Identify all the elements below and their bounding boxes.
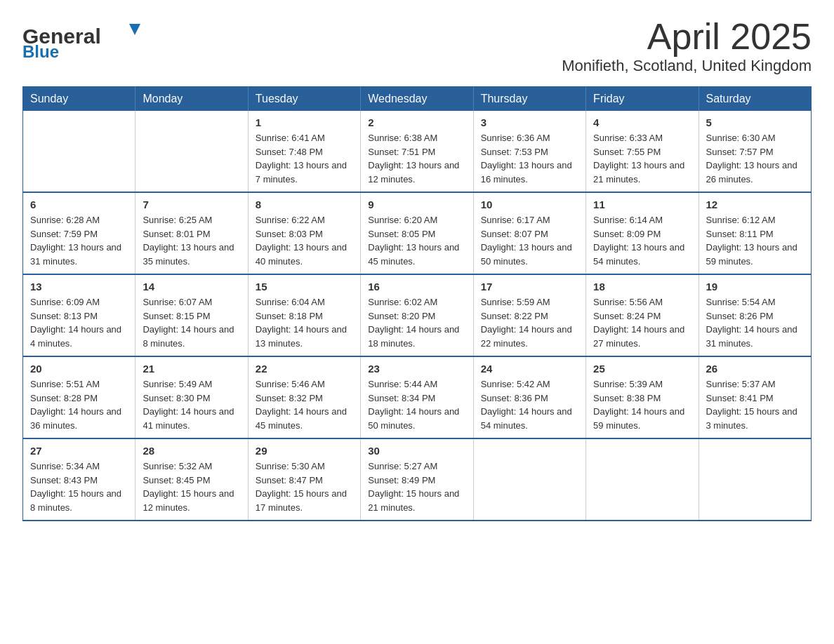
- weekday-header-monday: Monday: [135, 87, 248, 112]
- day-info: Sunrise: 5:54 AMSunset: 8:26 PMDaylight:…: [706, 295, 804, 350]
- day-info: Sunrise: 5:49 AMSunset: 8:30 PMDaylight:…: [143, 377, 240, 432]
- calendar-cell: 2Sunrise: 6:38 AMSunset: 7:51 PMDaylight…: [361, 111, 473, 192]
- day-info: Sunrise: 5:37 AMSunset: 8:41 PMDaylight:…: [706, 377, 804, 432]
- calendar-cell: 30Sunrise: 5:27 AMSunset: 8:49 PMDayligh…: [361, 438, 473, 521]
- day-number: 2: [368, 116, 465, 128]
- calendar-cell: [135, 111, 248, 192]
- day-number: 1: [256, 116, 353, 128]
- day-info: Sunrise: 6:28 AMSunset: 7:59 PMDaylight:…: [30, 213, 128, 268]
- svg-marker-1: [129, 24, 140, 35]
- calendar-cell: 7Sunrise: 6:25 AMSunset: 8:01 PMDaylight…: [135, 192, 248, 274]
- calendar-week-5: 27Sunrise: 5:34 AMSunset: 8:43 PMDayligh…: [23, 438, 812, 521]
- day-info: Sunrise: 5:59 AMSunset: 8:22 PMDaylight:…: [481, 295, 578, 350]
- day-info: Sunrise: 5:27 AMSunset: 8:49 PMDaylight:…: [368, 459, 465, 514]
- calendar-week-1: 1Sunrise: 6:41 AMSunset: 7:48 PMDaylight…: [23, 111, 812, 192]
- day-number: 29: [256, 445, 353, 457]
- day-number: 14: [143, 281, 240, 293]
- day-info: Sunrise: 5:51 AMSunset: 8:28 PMDaylight:…: [30, 377, 128, 432]
- calendar-cell: 26Sunrise: 5:37 AMSunset: 8:41 PMDayligh…: [699, 356, 811, 438]
- calendar-cell: 15Sunrise: 6:04 AMSunset: 8:18 PMDayligh…: [248, 274, 360, 356]
- day-number: 28: [143, 445, 240, 457]
- day-info: Sunrise: 6:33 AMSunset: 7:55 PMDaylight:…: [593, 131, 691, 186]
- day-number: 19: [706, 281, 804, 293]
- day-info: Sunrise: 5:56 AMSunset: 8:24 PMDaylight:…: [593, 295, 691, 350]
- day-number: 11: [593, 199, 691, 210]
- day-number: 27: [30, 445, 128, 457]
- weekday-header-wednesday: Wednesday: [361, 87, 473, 112]
- day-number: 5: [706, 116, 804, 128]
- calendar-cell: 25Sunrise: 5:39 AMSunset: 8:38 PMDayligh…: [586, 356, 699, 438]
- calendar-cell: [699, 438, 811, 521]
- title-area: April 2025 Monifieth, Scotland, United K…: [562, 17, 812, 75]
- day-number: 7: [143, 199, 240, 210]
- header: General Blue April 2025 Monifieth, Scotl…: [22, 17, 812, 75]
- day-number: 8: [256, 199, 353, 210]
- calendar-cell: 19Sunrise: 5:54 AMSunset: 8:26 PMDayligh…: [699, 274, 811, 356]
- calendar-cell: 27Sunrise: 5:34 AMSunset: 8:43 PMDayligh…: [23, 438, 135, 521]
- calendar-cell: 21Sunrise: 5:49 AMSunset: 8:30 PMDayligh…: [135, 356, 248, 438]
- day-info: Sunrise: 6:02 AMSunset: 8:20 PMDaylight:…: [368, 295, 465, 350]
- day-info: Sunrise: 5:42 AMSunset: 8:36 PMDaylight:…: [481, 377, 578, 432]
- day-number: 13: [30, 281, 128, 293]
- day-number: 12: [706, 199, 804, 210]
- calendar-cell: [23, 111, 135, 192]
- calendar-cell: 18Sunrise: 5:56 AMSunset: 8:24 PMDayligh…: [586, 274, 699, 356]
- calendar-week-2: 6Sunrise: 6:28 AMSunset: 7:59 PMDaylight…: [23, 192, 812, 274]
- calendar-cell: 23Sunrise: 5:44 AMSunset: 8:34 PMDayligh…: [361, 356, 473, 438]
- day-info: Sunrise: 6:30 AMSunset: 7:57 PMDaylight:…: [706, 131, 804, 186]
- day-info: Sunrise: 6:17 AMSunset: 8:07 PMDaylight:…: [481, 213, 578, 268]
- day-info: Sunrise: 6:12 AMSunset: 8:11 PMDaylight:…: [706, 213, 804, 268]
- day-number: 10: [481, 199, 578, 210]
- day-info: Sunrise: 6:09 AMSunset: 8:13 PMDaylight:…: [30, 295, 128, 350]
- calendar-cell: 13Sunrise: 6:09 AMSunset: 8:13 PMDayligh…: [23, 274, 135, 356]
- calendar-cell: 24Sunrise: 5:42 AMSunset: 8:36 PMDayligh…: [473, 356, 585, 438]
- month-title: April 2025: [562, 17, 812, 57]
- day-number: 4: [593, 116, 691, 128]
- day-number: 22: [256, 363, 353, 375]
- day-number: 26: [706, 363, 804, 375]
- location-title: Monifieth, Scotland, United Kingdom: [562, 57, 812, 75]
- day-number: 3: [481, 116, 578, 128]
- calendar-cell: 6Sunrise: 6:28 AMSunset: 7:59 PMDaylight…: [23, 192, 135, 274]
- day-number: 20: [30, 363, 128, 375]
- day-info: Sunrise: 5:30 AMSunset: 8:47 PMDaylight:…: [256, 459, 353, 514]
- day-info: Sunrise: 5:39 AMSunset: 8:38 PMDaylight:…: [593, 377, 691, 432]
- day-number: 25: [593, 363, 691, 375]
- weekday-header-thursday: Thursday: [473, 87, 585, 112]
- calendar-cell: [586, 438, 699, 521]
- day-number: 21: [143, 363, 240, 375]
- logo: General Blue: [22, 17, 149, 62]
- calendar-cell: 5Sunrise: 6:30 AMSunset: 7:57 PMDaylight…: [699, 111, 811, 192]
- weekday-header-row: SundayMondayTuesdayWednesdayThursdayFrid…: [23, 87, 812, 112]
- day-info: Sunrise: 6:22 AMSunset: 8:03 PMDaylight:…: [256, 213, 353, 268]
- weekday-header-saturday: Saturday: [699, 87, 811, 112]
- calendar-cell: 16Sunrise: 6:02 AMSunset: 8:20 PMDayligh…: [361, 274, 473, 356]
- svg-text:Blue: Blue: [22, 42, 59, 59]
- day-info: Sunrise: 6:20 AMSunset: 8:05 PMDaylight:…: [368, 213, 465, 268]
- calendar-cell: 14Sunrise: 6:07 AMSunset: 8:15 PMDayligh…: [135, 274, 248, 356]
- calendar-header: SundayMondayTuesdayWednesdayThursdayFrid…: [23, 87, 812, 112]
- calendar-cell: 4Sunrise: 6:33 AMSunset: 7:55 PMDaylight…: [586, 111, 699, 192]
- day-number: 6: [30, 199, 128, 210]
- calendar-cell: 28Sunrise: 5:32 AMSunset: 8:45 PMDayligh…: [135, 438, 248, 521]
- day-info: Sunrise: 5:34 AMSunset: 8:43 PMDaylight:…: [30, 459, 128, 514]
- weekday-header-sunday: Sunday: [23, 87, 135, 112]
- calendar-cell: 8Sunrise: 6:22 AMSunset: 8:03 PMDaylight…: [248, 192, 360, 274]
- day-number: 15: [256, 281, 353, 293]
- day-info: Sunrise: 6:36 AMSunset: 7:53 PMDaylight:…: [481, 131, 578, 186]
- day-info: Sunrise: 6:38 AMSunset: 7:51 PMDaylight:…: [368, 131, 465, 186]
- day-number: 24: [481, 363, 578, 375]
- day-info: Sunrise: 5:44 AMSunset: 8:34 PMDaylight:…: [368, 377, 465, 432]
- day-info: Sunrise: 6:04 AMSunset: 8:18 PMDaylight:…: [256, 295, 353, 350]
- calendar-cell: 22Sunrise: 5:46 AMSunset: 8:32 PMDayligh…: [248, 356, 360, 438]
- day-info: Sunrise: 6:25 AMSunset: 8:01 PMDaylight:…: [143, 213, 240, 268]
- logo-general-text: General Blue: [22, 17, 149, 62]
- calendar-week-4: 20Sunrise: 5:51 AMSunset: 8:28 PMDayligh…: [23, 356, 812, 438]
- day-info: Sunrise: 5:32 AMSunset: 8:45 PMDaylight:…: [143, 459, 240, 514]
- day-number: 16: [368, 281, 465, 293]
- weekday-header-tuesday: Tuesday: [248, 87, 360, 112]
- day-info: Sunrise: 5:46 AMSunset: 8:32 PMDaylight:…: [256, 377, 353, 432]
- calendar-cell: 3Sunrise: 6:36 AMSunset: 7:53 PMDaylight…: [473, 111, 585, 192]
- calendar-table: SundayMondayTuesdayWednesdayThursdayFrid…: [22, 86, 812, 521]
- calendar-cell: 29Sunrise: 5:30 AMSunset: 8:47 PMDayligh…: [248, 438, 360, 521]
